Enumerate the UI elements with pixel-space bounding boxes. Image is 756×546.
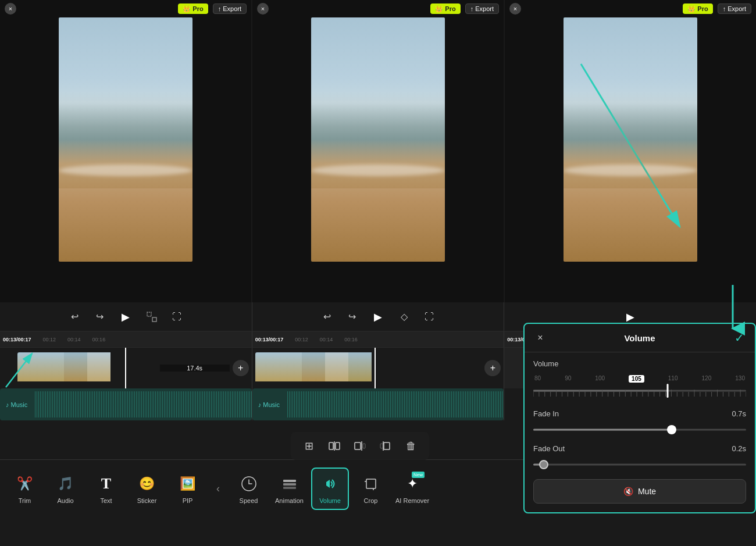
playhead-2: [375, 348, 376, 388]
clip-thumb-2: [41, 352, 64, 381]
svg-rect-19: [366, 479, 376, 488]
mute-button[interactable]: 🔇 Mute: [533, 479, 746, 504]
mini-toolbar: ⊞ 🗑: [291, 432, 429, 460]
clip-duration: 17.4s: [187, 365, 202, 372]
audio-waveform-2: ♪ Music: [252, 388, 504, 420]
volume-panel: × Volume ✓ Volume 80 90 100 105 110 120 …: [523, 323, 756, 513]
audio-icon: 🎵: [55, 473, 76, 494]
tool-animation[interactable]: Animation: [270, 469, 308, 509]
redo-btn-1[interactable]: ↪: [91, 309, 108, 325]
add-clip-btn-2[interactable]: +: [484, 360, 501, 376]
fade-out-slider-container[interactable]: [533, 459, 746, 470]
clip-thumb-1: [17, 352, 41, 381]
diamond-btn-2[interactable]: ◇: [396, 309, 412, 325]
volume-confirm-button[interactable]: ✓: [732, 331, 746, 345]
mini-btn-delete[interactable]: 🗑: [402, 437, 420, 455]
volume-panel-title: Volume: [547, 333, 732, 343]
mini-btn-split-left[interactable]: [351, 437, 369, 455]
mini-btn-split-mid[interactable]: [325, 437, 344, 455]
volume-ruler-labels: 80 90 100 105 110 120 130: [533, 375, 746, 383]
export-button-3[interactable]: ↑ Export: [718, 3, 751, 14]
more-tools-btn[interactable]: ‹: [209, 480, 227, 498]
undo-btn-2[interactable]: ↩: [319, 309, 335, 325]
text-label: Text: [100, 497, 112, 504]
animation-icon: [279, 473, 300, 494]
panel-top-bar-1: × 👑 Pro ↑ Export: [0, 0, 251, 17]
waves-3: [564, 165, 697, 176]
close-button-2[interactable]: ×: [257, 3, 269, 15]
volume-icon: [320, 473, 341, 494]
tool-audio[interactable]: 🎵 Audio: [47, 469, 84, 509]
close-button-3[interactable]: ×: [509, 3, 521, 15]
ai-remover-label: AI Remover: [395, 497, 429, 504]
clip-thumb-7: [302, 352, 325, 381]
export-button-2[interactable]: ↑ Export: [465, 3, 499, 14]
text-icon: T: [96, 473, 117, 494]
tool-ai-remover[interactable]: ✦ New AI Remover: [393, 469, 432, 509]
volume-slider-thumb[interactable]: [666, 384, 668, 398]
pro-badge-1[interactable]: 👑 Pro: [178, 3, 208, 14]
time-mark-12-2: 00:12: [295, 337, 308, 342]
pro-badge-3[interactable]: 👑 Pro: [683, 3, 712, 14]
tool-speed[interactable]: Speed: [230, 469, 268, 509]
fade-out-track: [533, 464, 746, 466]
fade-out-label: Fade Out: [533, 444, 565, 453]
trim-icon: ✂️: [15, 473, 35, 494]
waves-2: [311, 165, 445, 176]
time-mark-14-1: 00:14: [67, 337, 81, 342]
svg-rect-3: [152, 317, 156, 322]
video-clip-1[interactable]: [17, 352, 157, 384]
svg-rect-16: [283, 480, 296, 482]
volume-close-button[interactable]: ×: [533, 331, 547, 345]
play-button-2[interactable]: ▶: [369, 308, 387, 326]
tool-sticker[interactable]: 😊 Sticker: [128, 469, 166, 509]
volume-slider-container[interactable]: [533, 385, 746, 397]
mute-label: Mute: [638, 487, 656, 496]
crop-label: Crop: [364, 497, 378, 504]
tool-volume[interactable]: Volume: [311, 468, 349, 510]
svg-rect-14: [380, 444, 383, 448]
redo-btn-2[interactable]: ↪: [344, 309, 360, 325]
audio-wave-2: [287, 391, 504, 417]
tool-text[interactable]: T Text: [87, 469, 125, 509]
video-track-1: 17.4s +: [0, 348, 252, 388]
pro-badge-2[interactable]: 👑 Pro: [430, 3, 460, 14]
undo-btn-1[interactable]: ↩: [66, 309, 83, 325]
current-time-1: 00:13/00:17: [3, 337, 31, 342]
pip-icon: 🖼️: [177, 473, 198, 494]
beach-preview-3: [564, 17, 697, 262]
play-button-1[interactable]: ▶: [116, 308, 135, 326]
add-clip-btn-1[interactable]: +: [233, 360, 249, 376]
tool-trim[interactable]: ✂️ Trim: [6, 469, 44, 509]
time-mark-12-1: 00:12: [43, 337, 56, 342]
clip-thumb-4: [87, 352, 110, 381]
new-badge: New: [412, 472, 425, 478]
mini-btn-copy[interactable]: ⊞: [299, 437, 318, 455]
mini-btn-split-right[interactable]: [376, 437, 395, 455]
preview-panel-1: × 👑 Pro ↑ Export: [0, 0, 252, 302]
fade-in-slider-container[interactable]: [533, 424, 746, 436]
music-label-2: ♪ Music: [258, 401, 280, 408]
ruler-label-110-bubble: 105: [629, 375, 644, 383]
fullscreen-btn-2[interactable]: ⛶: [421, 309, 437, 325]
tool-crop[interactable]: Crop: [352, 469, 390, 509]
clip-thumb-3: [64, 352, 87, 381]
close-button-1[interactable]: ×: [5, 3, 16, 15]
fade-out-thumb[interactable]: [539, 460, 548, 469]
audio-waveform-1: ♪ Music: [0, 388, 252, 420]
ruler-label-130: 130: [735, 375, 745, 383]
sticker-icon: 😊: [137, 473, 158, 494]
volume-ticks: [533, 385, 746, 397]
fade-in-section: Fade In 0.7s: [525, 404, 755, 438]
current-time-2: 00:13/00:17: [255, 337, 284, 342]
video-frame-2: [311, 17, 445, 262]
transform-btn-1[interactable]: [144, 309, 160, 325]
music-label-1: ♪ Music: [6, 401, 27, 408]
video-clip-2[interactable]: [255, 352, 482, 384]
tool-pip[interactable]: 🖼️ PIP: [169, 469, 206, 509]
export-button-1[interactable]: ↑ Export: [213, 3, 247, 14]
fade-in-thumb[interactable]: [667, 425, 676, 434]
volume-label: Volume: [319, 497, 341, 504]
ruler-section-2: 00:13/00:17 00:12 00:14 00:16: [252, 331, 505, 347]
fullscreen-btn-1[interactable]: ⛶: [169, 309, 185, 325]
